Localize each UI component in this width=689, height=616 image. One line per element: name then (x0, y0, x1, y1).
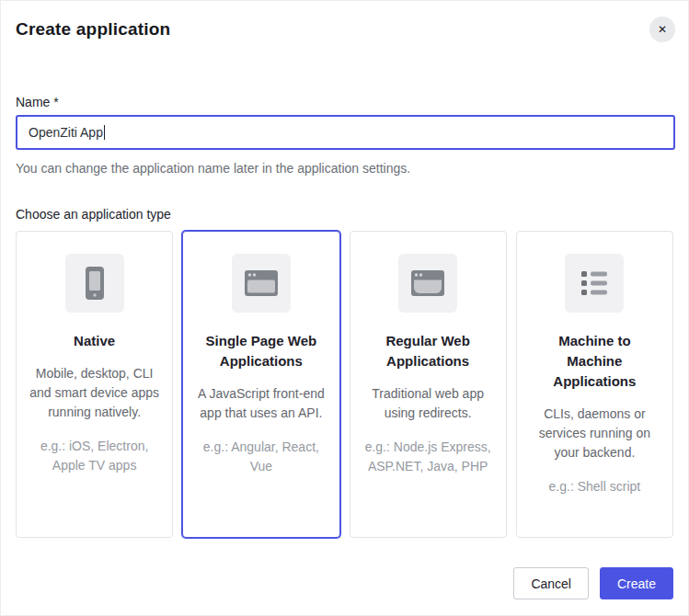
card-description: CLIs, daemons or services running on you… (530, 405, 660, 462)
application-type-cards: Native Mobile, desktop, CLI and smart de… (16, 231, 673, 538)
dialog-title: Create application (16, 19, 673, 40)
card-title: Machine to Machine Applications (530, 331, 660, 392)
browser-window-icon (232, 254, 291, 313)
list-icon (565, 254, 624, 313)
card-title: Native (74, 331, 115, 351)
cancel-button[interactable]: Cancel (513, 567, 589, 599)
card-machine-to-machine-applications[interactable]: Machine to Machine Applications CLIs, da… (516, 231, 673, 538)
type-section-label: Choose an application type (16, 207, 673, 222)
close-button[interactable]: ✕ (649, 17, 675, 42)
card-example: e.g.: Shell script (549, 477, 641, 496)
card-single-page-web-applications[interactable]: Single Page Web Applications A JavaScrip… (182, 231, 339, 538)
card-title: Single Page Web Applications (196, 331, 326, 371)
card-native[interactable]: Native Mobile, desktop, CLI and smart de… (16, 231, 173, 538)
card-title: Regular Web Applications (363, 331, 493, 371)
smartphone-icon (65, 254, 124, 313)
close-icon: ✕ (658, 23, 667, 36)
name-label: Name * (16, 95, 673, 109)
card-description: Traditional web app using redirects. (363, 384, 493, 423)
name-input-value: OpenZiti App (29, 125, 103, 140)
card-description: A JavaScript front-end app that uses an … (196, 384, 326, 423)
card-example: e.g.: Node.js Express, ASP.NET, Java, PH… (363, 438, 493, 476)
text-cursor (104, 125, 105, 140)
card-description: Mobile, desktop, CLI and smart device ap… (29, 364, 159, 422)
server-window-icon (398, 254, 457, 313)
card-example: e.g.: iOS, Electron, Apple TV apps (29, 437, 159, 475)
card-example: e.g.: Angular, React, Vue (196, 438, 326, 476)
create-button[interactable]: Create (600, 567, 673, 599)
create-application-dialog: Create application ✕ Name * OpenZiti App… (0, 0, 689, 616)
name-input[interactable]: OpenZiti App (16, 115, 675, 150)
dialog-footer: Cancel Create (16, 567, 673, 599)
name-helper-text: You can change the application name late… (16, 161, 673, 176)
card-regular-web-applications[interactable]: Regular Web Applications Traditional web… (350, 231, 507, 538)
